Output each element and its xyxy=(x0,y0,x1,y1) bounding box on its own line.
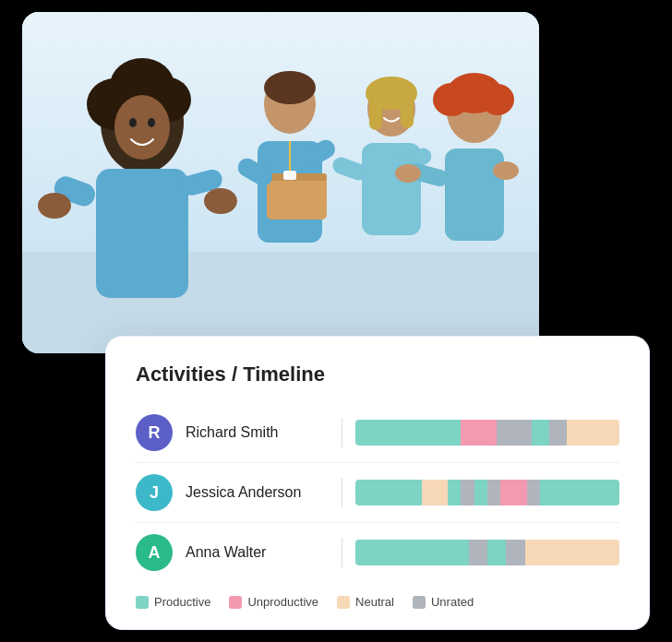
segment-productive xyxy=(540,480,619,505)
legend-label-unrated: Unrated xyxy=(431,595,474,609)
photo-background xyxy=(22,12,539,353)
legend-item-productive: Productive xyxy=(136,595,210,609)
legend-dot-unproductive xyxy=(229,596,242,609)
svg-point-36 xyxy=(395,164,421,183)
person-name-jessica: Jessica Anderson xyxy=(186,484,329,501)
svg-point-8 xyxy=(148,118,155,127)
timeline-bar-anna xyxy=(355,540,619,565)
segment-neutral xyxy=(422,480,449,505)
avatar-anna: A xyxy=(136,534,173,571)
legend: ProductiveUnproductiveNeutralUnrated xyxy=(136,595,619,609)
segment-unrated xyxy=(469,540,487,565)
svg-point-12 xyxy=(38,193,71,219)
person-name-anna: Anna Walter xyxy=(186,544,329,561)
person-rows-container: RRichard SmithJJessica AndersonAAnna Wal… xyxy=(136,403,619,582)
segment-neutral xyxy=(525,540,619,565)
legend-label-neutral: Neutral xyxy=(355,595,394,609)
segment-unproductive xyxy=(500,480,527,505)
svg-point-15 xyxy=(264,71,316,104)
legend-item-neutral: Neutral xyxy=(337,595,394,609)
activities-card: Activities / Timeline RRichard SmithJJes… xyxy=(105,336,650,630)
legend-dot-productive xyxy=(136,596,149,609)
svg-point-6 xyxy=(114,95,170,160)
segment-unrated xyxy=(527,480,540,505)
divider-line xyxy=(342,538,342,567)
person-row-richard: RRichard Smith xyxy=(136,403,619,463)
svg-point-13 xyxy=(204,188,237,214)
segment-productive xyxy=(448,480,461,505)
avatar-richard: R xyxy=(136,414,173,451)
svg-rect-26 xyxy=(401,93,414,128)
svg-rect-25 xyxy=(369,93,382,130)
legend-label-unproductive: Unproductive xyxy=(247,595,318,609)
svg-rect-18 xyxy=(267,173,327,181)
svg-rect-9 xyxy=(96,169,188,298)
segment-productive xyxy=(431,540,469,565)
segment-unrated xyxy=(487,480,500,505)
segment-unproductive xyxy=(461,420,496,446)
person-row-jessica: JJessica Anderson xyxy=(136,463,619,523)
svg-point-33 xyxy=(481,84,514,115)
divider-line xyxy=(342,478,342,507)
person-row-anna: AAnna Walter xyxy=(136,523,619,582)
divider-line xyxy=(342,418,342,447)
segment-productive xyxy=(532,420,549,446)
scene: Activities / Timeline RRichard SmithJJes… xyxy=(22,12,650,630)
legend-dot-unrated xyxy=(413,596,426,609)
segment-unrated xyxy=(497,420,532,446)
legend-dot-neutral xyxy=(337,596,350,609)
segment-productive xyxy=(355,420,461,446)
segment-unrated xyxy=(461,480,474,505)
timeline-bar-jessica xyxy=(355,480,619,505)
svg-rect-34 xyxy=(445,149,504,241)
legend-item-unproductive: Unproductive xyxy=(229,595,318,609)
svg-point-37 xyxy=(493,161,519,180)
person-name-richard: Richard Smith xyxy=(186,424,329,441)
svg-point-32 xyxy=(433,83,470,116)
segment-unrated xyxy=(549,420,567,446)
legend-item-unrated: Unrated xyxy=(413,595,474,609)
avatar-jessica: J xyxy=(136,474,173,511)
segment-productive xyxy=(355,480,422,505)
timeline-bar-richard xyxy=(355,420,619,446)
card-title: Activities / Timeline xyxy=(136,363,619,386)
legend-label-productive: Productive xyxy=(154,595,210,609)
svg-rect-22 xyxy=(283,171,296,180)
segment-productive xyxy=(487,540,506,565)
svg-point-7 xyxy=(129,118,137,127)
segment-productive xyxy=(474,480,487,505)
segment-neutral xyxy=(567,420,619,446)
segment-unrated xyxy=(506,540,524,565)
segment-productive xyxy=(355,540,431,565)
